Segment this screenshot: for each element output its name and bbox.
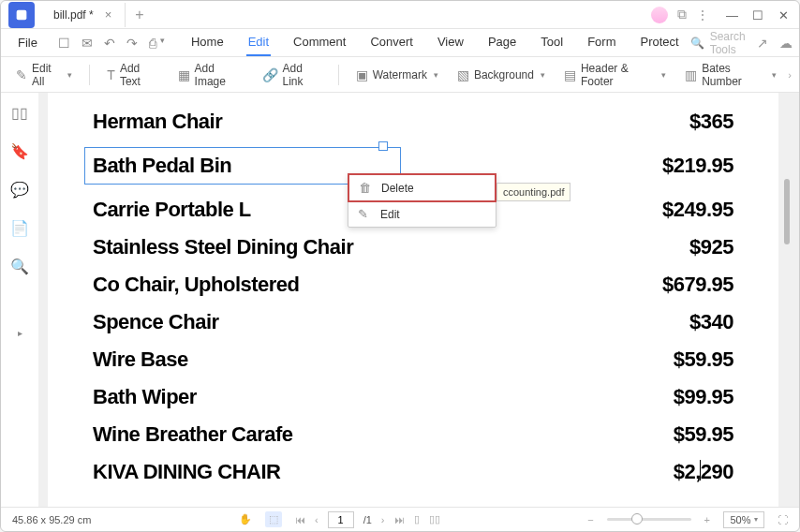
- item-price[interactable]: $59.95: [674, 347, 733, 372]
- item-name[interactable]: Stainless Steel Dining Chair: [93, 235, 353, 259]
- page-dimensions: 45.86 x 95.29 cm: [12, 514, 91, 525]
- zoom-out-icon[interactable]: −: [587, 514, 593, 525]
- add-image-button[interactable]: ▦Add Image: [170, 58, 251, 92]
- first-page-icon[interactable]: ⏮: [295, 514, 305, 525]
- close-icon[interactable]: ×: [105, 7, 112, 22]
- menu-tab-tool[interactable]: Tool: [539, 29, 565, 56]
- item-name[interactable]: Carrie Portable L: [93, 198, 251, 222]
- minimize-button[interactable]: —: [726, 8, 739, 22]
- menu-tab-home[interactable]: Home: [189, 29, 226, 56]
- zoom-level-select[interactable]: 50%▾: [723, 511, 764, 528]
- next-page-icon[interactable]: ›: [381, 514, 385, 525]
- undo-icon[interactable]: ↶: [104, 36, 115, 51]
- redo-icon[interactable]: ↷: [126, 36, 138, 51]
- mail-icon[interactable]: ✉: [81, 36, 93, 51]
- watermark-button[interactable]: ▣Watermark▾: [348, 64, 446, 86]
- document-row[interactable]: Herman Chair$365: [93, 110, 733, 134]
- print-icon[interactable]: ⎙: [149, 36, 156, 51]
- document-row[interactable]: Co Chair, Upholstered$679.95: [93, 273, 733, 297]
- item-price[interactable]: $99.95: [674, 385, 733, 409]
- document-row[interactable]: Spence Chair$340: [93, 310, 733, 334]
- share-icon[interactable]: ⧉: [677, 7, 687, 22]
- item-price[interactable]: $925: [689, 235, 733, 259]
- menu-tab-form[interactable]: Form: [585, 29, 617, 56]
- item-name[interactable]: Wine Breather Carafe: [93, 422, 293, 447]
- file-menu[interactable]: File: [12, 32, 43, 53]
- background-button[interactable]: ▧Background▾: [450, 64, 553, 86]
- document-row[interactable]: Stainless Steel Dining Chair$925: [93, 235, 733, 259]
- item-name[interactable]: Bath Wiper: [93, 385, 197, 409]
- document-row[interactable]: Bath Wiper$99.95: [93, 385, 733, 409]
- zoom-thumb[interactable]: [631, 513, 643, 525]
- bates-icon: ▥: [685, 67, 697, 82]
- zoom-slider[interactable]: [607, 518, 691, 521]
- chevron-down-icon: ▾: [67, 70, 72, 80]
- continuous-page-icon[interactable]: ▯▯: [429, 513, 440, 525]
- print-caret-icon[interactable]: ▾: [160, 36, 165, 51]
- scrollbar-thumb[interactable]: [784, 179, 790, 244]
- item-price[interactable]: $365: [689, 110, 733, 134]
- add-link-button[interactable]: 🔗Add Link: [255, 58, 329, 92]
- single-page-icon[interactable]: ▯: [414, 513, 420, 525]
- context-menu-delete[interactable]: 🗑Delete: [348, 173, 496, 202]
- header-footer-button[interactable]: ▤Header & Footer▾: [556, 58, 674, 92]
- item-price[interactable]: $219.95: [662, 154, 733, 178]
- select-tool-icon[interactable]: ⬚: [265, 511, 282, 527]
- attachments-icon[interactable]: 📄: [10, 219, 29, 237]
- item-price[interactable]: $679.95: [662, 273, 733, 297]
- item-price[interactable]: $340: [689, 310, 733, 334]
- bookmarks-icon[interactable]: 🔖: [10, 142, 29, 160]
- selection-handle[interactable]: [378, 141, 388, 151]
- page-number-input[interactable]: [328, 511, 354, 528]
- menu-tab-convert[interactable]: Convert: [368, 29, 415, 56]
- background-icon: ▧: [457, 67, 469, 82]
- prev-page-icon[interactable]: ‹: [315, 514, 319, 525]
- menu-tab-edit[interactable]: Edit: [246, 29, 271, 56]
- save-icon[interactable]: ☐: [58, 36, 70, 51]
- edit-icon: ✎: [358, 207, 371, 221]
- edit-all-button[interactable]: ✎Edit All▾: [8, 58, 80, 92]
- page-total: /1: [363, 514, 372, 525]
- comments-icon[interactable]: 💬: [10, 181, 29, 199]
- thumbnails-icon[interactable]: ▯▯: [11, 104, 28, 122]
- search-placeholder: Search Tools: [710, 30, 746, 56]
- add-tab-button[interactable]: +: [126, 7, 153, 23]
- item-name[interactable]: Co Chair, Upholstered: [93, 273, 300, 297]
- maximize-button[interactable]: ☐: [752, 8, 765, 22]
- item-name[interactable]: KIVA DINING CHAIR: [93, 460, 281, 484]
- item-name[interactable]: Wire Base: [93, 347, 188, 372]
- page-viewport[interactable]: W Herman Chair$365Bath Pedal Bin$219.95C…: [38, 93, 799, 507]
- context-menu: 🗑Delete✎Edit: [348, 173, 496, 228]
- kebab-icon[interactable]: ⋮: [696, 7, 709, 22]
- document-tab[interactable]: bill.pdf * ×: [40, 3, 126, 27]
- search-panel-icon[interactable]: 🔍: [10, 258, 29, 275]
- zoom-in-icon[interactable]: +: [704, 514, 710, 525]
- user-avatar-icon[interactable]: [651, 7, 668, 23]
- document-row[interactable]: Wire Base$59.95: [93, 347, 733, 372]
- search-tools[interactable]: 🔍 Search Tools: [690, 30, 746, 56]
- menu-tab-page[interactable]: Page: [486, 29, 518, 56]
- bates-number-button[interactable]: ▥Bates Number▾: [677, 58, 784, 92]
- item-price[interactable]: $249.95: [662, 198, 733, 222]
- image-icon: ▦: [178, 67, 190, 82]
- fit-page-icon[interactable]: ⛶: [778, 514, 788, 525]
- document-row[interactable]: KIVA DINING CHAIR$2,290: [93, 460, 733, 484]
- document-row[interactable]: Wine Breather Carafe$59.95: [93, 422, 733, 447]
- toolbar-overflow-icon[interactable]: ›: [788, 69, 792, 81]
- expand-sidebar-icon[interactable]: ▸: [18, 328, 22, 338]
- add-text-button[interactable]: TAdd Text: [99, 58, 166, 92]
- menu-tab-protect[interactable]: Protect: [638, 29, 680, 56]
- last-page-icon[interactable]: ⏭: [394, 514, 405, 525]
- context-menu-edit[interactable]: ✎Edit: [348, 201, 496, 227]
- item-name[interactable]: Herman Chair: [93, 110, 222, 134]
- item-name[interactable]: Spence Chair: [93, 310, 219, 334]
- menu-tab-view[interactable]: View: [436, 29, 466, 56]
- app-icon[interactable]: [8, 2, 35, 28]
- item-price[interactable]: $2,290: [674, 460, 733, 484]
- item-price[interactable]: $59.95: [674, 422, 733, 447]
- menu-tab-comment[interactable]: Comment: [291, 29, 348, 56]
- close-button[interactable]: ✕: [778, 8, 792, 22]
- hand-tool-icon[interactable]: ✋: [239, 513, 252, 525]
- cloud-icon[interactable]: ☁: [779, 36, 793, 51]
- external-link-icon[interactable]: ↗: [757, 36, 768, 51]
